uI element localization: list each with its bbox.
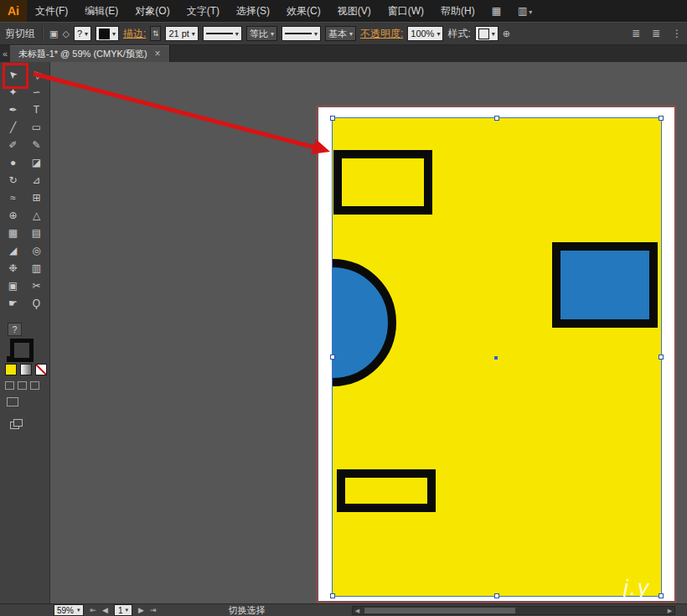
first-artboard-icon[interactable]: ⇤ bbox=[90, 606, 97, 614]
selection-handle-bottom-left[interactable] bbox=[330, 593, 335, 598]
selection-handle-bottom-right[interactable] bbox=[659, 593, 664, 598]
scrollbar-thumb[interactable] bbox=[364, 608, 515, 613]
tool-hand[interactable]: ☛ bbox=[2, 294, 25, 312]
last-artboard-icon[interactable]: ⇥ bbox=[150, 606, 157, 614]
menu-file[interactable]: 文件(F) bbox=[27, 0, 76, 22]
tool-mesh[interactable]: ▦ bbox=[2, 224, 25, 241]
scroll-left-icon[interactable]: ◀ bbox=[353, 608, 362, 614]
tool-pencil[interactable]: ✎ bbox=[25, 136, 49, 153]
tool-column-graph[interactable]: ▥ bbox=[25, 259, 49, 277]
help-button[interactable]: ? bbox=[8, 323, 22, 336]
align-objects-icon[interactable]: ≣ bbox=[632, 28, 640, 39]
menu-edit[interactable]: 编辑(E) bbox=[76, 0, 127, 22]
stroke-width-stepper[interactable]: ⇅ bbox=[150, 26, 161, 41]
document-setup-globe-icon[interactable]: ⊕ bbox=[503, 28, 510, 39]
draw-behind-button[interactable] bbox=[18, 381, 27, 390]
menu-effect[interactable]: 效果(C) bbox=[278, 0, 329, 22]
stroke-panel-link[interactable]: 描边: bbox=[123, 27, 146, 41]
shape-blue-half-circle[interactable] bbox=[333, 259, 396, 386]
tool-shape-builder[interactable]: ⊕ bbox=[2, 206, 25, 224]
opacity-combo[interactable]: 100%▾ bbox=[407, 26, 443, 41]
tool-paintbrush[interactable]: ✐ bbox=[2, 136, 25, 153]
stroke-style-combo[interactable]: ▾ bbox=[203, 26, 242, 41]
previous-artboard-icon[interactable]: ◀ bbox=[102, 606, 108, 614]
selection-handle-top-left[interactable] bbox=[330, 116, 335, 121]
shape-top-rectangle[interactable] bbox=[333, 150, 432, 215]
document-tab-bar: « 未标题-1* @ 59% (CMYK/预览) × bbox=[0, 45, 687, 62]
tool-blend[interactable]: ◎ bbox=[25, 241, 49, 259]
menu-object[interactable]: 对象(O) bbox=[127, 0, 178, 22]
tool-slice[interactable]: ✂ bbox=[25, 277, 49, 294]
opacity-panel-link[interactable]: 不透明度: bbox=[360, 27, 403, 41]
tool-blob-brush[interactable]: ● bbox=[2, 153, 25, 171]
screen-mode-button[interactable] bbox=[7, 397, 18, 406]
horizontal-scrollbar[interactable]: ◀ ▶ bbox=[352, 606, 675, 615]
selection-handle-middle-left[interactable] bbox=[330, 355, 335, 360]
menu-type[interactable]: 文字(T) bbox=[178, 0, 228, 22]
document-tab[interactable]: 未标题-1* @ 59% (CMYK/预览) × bbox=[10, 45, 170, 62]
draw-normal-button[interactable] bbox=[5, 381, 14, 390]
tool-zoom[interactable]: Ϙ bbox=[25, 294, 49, 312]
tool-pen[interactable]: ✒ bbox=[2, 101, 25, 118]
selection-handle-top-center[interactable] bbox=[494, 116, 499, 121]
stroke-width-combo[interactable]: 21 pt▾ bbox=[165, 26, 198, 41]
width-profile-combo[interactable]: 等比▾ bbox=[246, 26, 277, 41]
close-icon[interactable]: × bbox=[155, 48, 161, 60]
artwork-center-point bbox=[494, 356, 498, 360]
tool-gradient[interactable]: ▤ bbox=[25, 224, 49, 241]
workspace-switcher-icon[interactable]: ▥▾ bbox=[518, 5, 532, 17]
arrange-documents-icon[interactable]: ▦ bbox=[492, 5, 501, 17]
tool-line-segment[interactable]: ╱ bbox=[2, 118, 25, 136]
stroke-color-swatch bbox=[99, 28, 110, 39]
chevron-down-icon: ▾ bbox=[126, 607, 129, 613]
tool-eyedropper[interactable]: ◢ bbox=[2, 241, 25, 259]
annotation-highlight-box bbox=[3, 63, 28, 89]
shape-blue-rectangle[interactable] bbox=[552, 242, 658, 328]
selection-handle-top-right[interactable] bbox=[659, 116, 664, 121]
chevron-down-icon: ▾ bbox=[492, 30, 495, 38]
illustrator-window: { "colors": { "artwork_yellow": "#f7e700… bbox=[0, 0, 687, 616]
tool-artboard[interactable]: ▣ bbox=[2, 277, 25, 294]
shape-bottom-rectangle[interactable] bbox=[337, 469, 436, 512]
panel-menu-icon[interactable]: ⋮ bbox=[672, 28, 682, 39]
distribute-objects-icon[interactable]: ≣ bbox=[652, 28, 660, 39]
fill-color-combo[interactable]: ?▾ bbox=[74, 26, 91, 41]
selection-handle-bottom-center[interactable] bbox=[494, 593, 499, 598]
none-color-button[interactable] bbox=[35, 364, 47, 375]
brush-definition-combo[interactable]: 基本▾ bbox=[325, 26, 356, 41]
toolbar-collapse-icon[interactable]: « bbox=[0, 49, 10, 59]
artwork-background[interactable] bbox=[333, 118, 661, 596]
tool-type[interactable]: T bbox=[25, 101, 49, 118]
tool-eraser[interactable]: ◪ bbox=[25, 153, 49, 171]
menu-window[interactable]: 窗口(W) bbox=[380, 0, 432, 22]
draw-inside-button[interactable] bbox=[30, 381, 39, 390]
selected-artwork[interactable] bbox=[333, 118, 661, 596]
tool-rotate[interactable]: ↻ bbox=[2, 171, 25, 189]
graphic-style-combo[interactable]: ▾ bbox=[475, 26, 498, 41]
chevron-down-icon: ▾ bbox=[112, 30, 116, 38]
fill-color-button[interactable] bbox=[5, 364, 17, 375]
tool-perspective-grid[interactable]: △ bbox=[25, 206, 49, 224]
style-label: 样式: bbox=[447, 27, 470, 41]
stroke-color-combo[interactable]: ▾ bbox=[96, 26, 119, 41]
tool-symbol-sprayer[interactable]: ❉ bbox=[2, 259, 25, 277]
tool-scale[interactable]: ⊿ bbox=[25, 171, 49, 189]
stroke-proxy[interactable] bbox=[10, 339, 34, 362]
tool-width[interactable]: ≈ bbox=[2, 189, 25, 206]
zoom-level-combo[interactable]: 59%▾ bbox=[54, 604, 84, 616]
menu-view[interactable]: 视图(V) bbox=[329, 0, 380, 22]
chevron-down-icon: ▾ bbox=[235, 30, 239, 38]
menu-select[interactable]: 选择(S) bbox=[228, 0, 278, 22]
tool-free-transform[interactable]: ⊞ bbox=[25, 189, 49, 206]
tool-rectangle[interactable]: ▭ bbox=[25, 118, 49, 136]
arrange-windows-icon[interactable] bbox=[10, 419, 23, 430]
stroke-line-preview bbox=[206, 33, 233, 34]
artboard-number-field[interactable]: 1▾ bbox=[114, 604, 132, 616]
brush-stroke-combo[interactable]: ▾ bbox=[282, 26, 321, 41]
default-fill-stroke-icon[interactable] bbox=[7, 356, 13, 362]
next-artboard-icon[interactable]: ▶ bbox=[138, 606, 144, 614]
menu-help[interactable]: 帮助(H) bbox=[432, 0, 483, 22]
gradient-button[interactable] bbox=[20, 364, 32, 375]
scroll-right-icon[interactable]: ▶ bbox=[665, 608, 674, 614]
selection-handle-middle-right[interactable] bbox=[659, 355, 664, 360]
